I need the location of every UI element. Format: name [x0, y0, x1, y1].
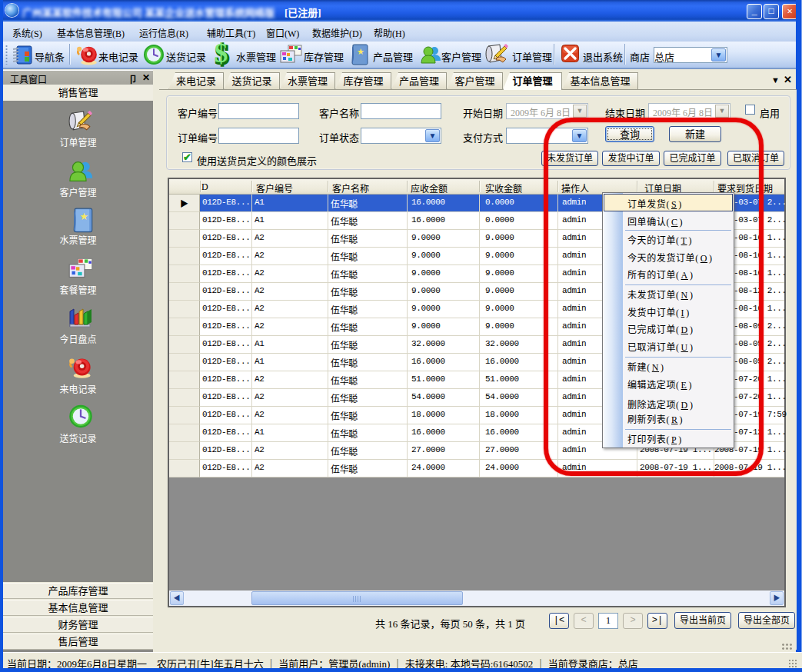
svg-text:★: ★ — [80, 212, 88, 221]
svg-text:★: ★ — [357, 48, 364, 55]
svg-text:$: $ — [215, 42, 228, 68]
